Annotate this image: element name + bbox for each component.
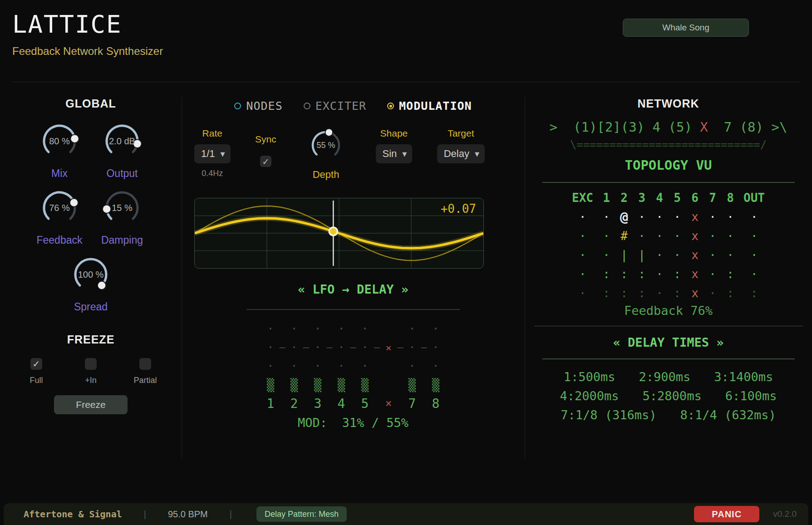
vu-col-header-2: 2 xyxy=(615,188,633,207)
vu-cell-row4: : xyxy=(633,265,651,284)
matrix-cell: ▒ xyxy=(330,378,353,392)
tab-exciter[interactable]: EXCITER xyxy=(304,99,366,113)
view-tabs: NODESEXCITERMODULATION xyxy=(182,99,525,113)
vu-cell-row4: x xyxy=(686,265,704,284)
freeze-option-partial[interactable]: Partial xyxy=(126,358,165,385)
vu-cell-row2: · xyxy=(568,226,598,245)
lfo-waveform-svg xyxy=(195,198,483,268)
depth-group: 55 %Depth xyxy=(301,128,351,181)
freeze-button[interactable]: Freeze xyxy=(54,395,128,414)
vu-col-header-8: 8 xyxy=(722,188,739,207)
checkbox-unchecked[interactable] xyxy=(85,358,97,370)
vu-cell-row1: @ xyxy=(615,207,633,226)
depth-knob-label: Depth xyxy=(313,169,340,181)
global-title: GLOBAL xyxy=(0,97,182,110)
damping-knob-dial[interactable]: 15 % xyxy=(102,188,142,230)
preset-button[interactable]: Whale Song xyxy=(623,19,749,37)
vu-cell-row3: | xyxy=(633,245,651,265)
feedback-knob-dial[interactable]: 76 % xyxy=(39,188,79,230)
chevron-down-icon: ▼ xyxy=(221,151,225,157)
output-knob-label: Output xyxy=(106,167,138,180)
matrix-node-2[interactable]: 2 xyxy=(282,396,306,411)
matrix-node-8[interactable]: 8 xyxy=(424,396,448,411)
checkbox-unchecked[interactable] xyxy=(139,358,151,370)
mix-knob-label: Mix xyxy=(51,167,68,180)
delay-time-value: 5:2800ms xyxy=(643,389,702,403)
shape-select[interactable]: Sin ▼ xyxy=(376,144,413,163)
vu-cell-row3: · xyxy=(598,245,615,265)
freeze-option-label: +In xyxy=(85,376,97,385)
mix-knob[interactable]: 80 %Mix xyxy=(30,121,89,180)
shape-label: Shape xyxy=(380,128,408,139)
matrix-row: ······· xyxy=(182,320,525,339)
status-divider: | xyxy=(230,509,232,520)
check-icon: ✓ xyxy=(33,358,40,369)
modulation-controls: Rate 1/1 ▼ 0.4Hz Sync ✓ 55 %Depth Shape xyxy=(194,128,485,181)
radio-icon xyxy=(234,103,241,109)
lattice-synth-window: LATTICE Feedback Network Synthesizer Wha… xyxy=(0,0,812,525)
rate-select[interactable]: 1/1 ▼ xyxy=(194,144,231,163)
matrix-cell: · xyxy=(424,360,448,373)
matrix-node-5[interactable]: 5 xyxy=(353,396,377,411)
matrix-cell: ▒ xyxy=(259,378,282,392)
feedback-knob[interactable]: 76 %Feedback xyxy=(30,188,89,246)
vu-cell-row5: : xyxy=(739,284,769,303)
tab-nodes[interactable]: NODES xyxy=(234,99,282,113)
output-knob[interactable]: 2.0 dBOutput xyxy=(93,121,151,180)
network-chain-underline: \============================/ xyxy=(525,138,812,151)
freeze-option-full[interactable]: ✓Full xyxy=(17,358,56,385)
vu-col-header-7: 7 xyxy=(704,188,722,207)
bpm-readout: 95.0 BPM xyxy=(168,509,208,520)
status-bar: Aftertone & Signal | 95.0 BPM | Delay Pa… xyxy=(4,503,808,525)
scope-position-dot xyxy=(329,227,337,236)
depth-knob-dial[interactable]: 55 % xyxy=(309,128,343,164)
spread-knob[interactable]: 100 %Spread xyxy=(62,255,120,313)
delay-times-row: 7:1/8 (316ms)8:1/4 (632ms) xyxy=(525,406,812,425)
matrix-node-1[interactable]: 1 xyxy=(259,396,282,411)
damping-knob[interactable]: 15 %Damping xyxy=(93,188,151,246)
delay-time-value: 8:1/4 (632ms) xyxy=(680,408,776,422)
vu-cell-row4: : xyxy=(615,265,633,284)
sync-checkbox[interactable]: ✓ xyxy=(260,156,271,167)
matrix-cell: · xyxy=(306,323,330,335)
matrix-node-3[interactable]: 3 xyxy=(306,396,330,411)
vu-cell-row1: · xyxy=(598,207,615,226)
freeze-option-in[interactable]: +In xyxy=(71,358,110,385)
matrix-cell: ·— xyxy=(259,341,282,354)
delay-pattern-badge[interactable]: Delay Pattern: Mesh xyxy=(256,506,347,522)
output-knob-dial[interactable]: 2.0 dB xyxy=(102,121,142,163)
matrix-node-4[interactable]: 4 xyxy=(330,396,353,411)
mix-knob-dial[interactable]: 80 % xyxy=(39,121,79,163)
radio-selected-icon xyxy=(387,103,394,109)
depth-knob[interactable]: 55 %Depth xyxy=(301,128,351,181)
panic-button[interactable]: PANIC xyxy=(694,506,759,522)
matrix-node-6-muted[interactable]: × xyxy=(377,397,400,410)
sync-group: Sync ✓ xyxy=(255,128,276,167)
vu-cell-row3: · xyxy=(722,245,739,265)
spread-knob-dial[interactable]: 100 % xyxy=(71,255,111,296)
vu-cell-row2: · xyxy=(704,226,722,245)
matrix-cell: ▒ xyxy=(282,378,306,392)
matrix-cell: · xyxy=(306,360,330,373)
matrix-row: ▒▒▒▒▒▒▒ xyxy=(182,376,525,394)
vu-cell-row2: · xyxy=(669,226,686,245)
matrix-cell: · xyxy=(400,323,424,335)
target-select[interactable]: Delay ▼ xyxy=(437,144,485,163)
freeze-option-label: Partial xyxy=(133,376,157,385)
tab-modulation[interactable]: MODULATION xyxy=(387,99,472,113)
vu-cell-row5: : xyxy=(669,284,686,303)
vu-cell-row4: · xyxy=(568,265,598,284)
vu-cell-row5: : xyxy=(633,284,651,303)
delay-times-list: 1:500ms2:900ms3:1400ms4:2000ms5:2800ms6:… xyxy=(525,368,812,425)
vu-cell-row2: # xyxy=(615,226,633,245)
version-label: v0.2.0 xyxy=(773,509,797,519)
matrix-cell: · xyxy=(330,360,353,373)
matrix-cell: · xyxy=(424,323,448,335)
checkbox-checked[interactable]: ✓ xyxy=(30,358,42,370)
delay-time-value: 6:100ms xyxy=(725,389,777,403)
matrix-node-7[interactable]: 7 xyxy=(400,396,424,411)
vu-cell-row3: · xyxy=(739,245,769,265)
vu-cell-row4: : xyxy=(598,265,615,284)
topology-vu-matrix: EXC12345678OUT··@···x·····#···x·····||··… xyxy=(525,188,812,303)
radio-icon xyxy=(304,103,310,109)
